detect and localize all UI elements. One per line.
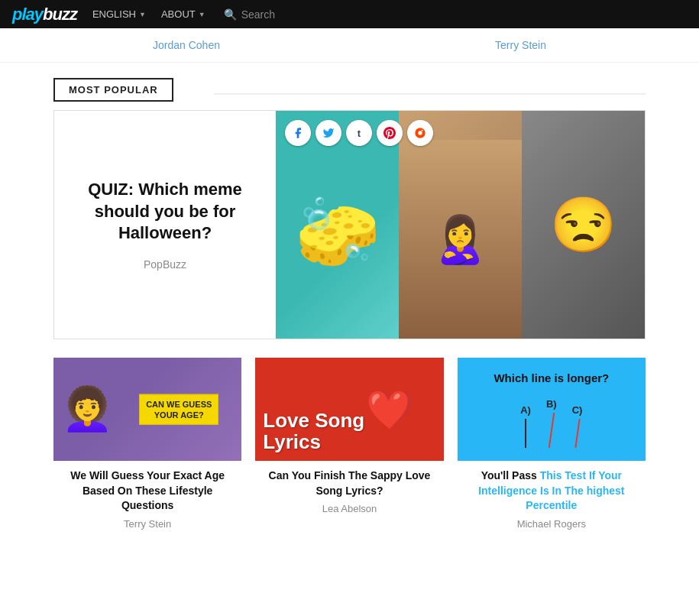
card-iq: Which line is longer? A) B) C)	[458, 358, 646, 533]
featured-title[interactable]: QUIZ: Which meme should you be for Hallo…	[70, 179, 261, 245]
card-age-thumb[interactable]: 👩‍🦱 CAN WE GUESS YOUR AGE?	[53, 358, 241, 461]
social-share-bar: t	[285, 120, 433, 146]
section-header: MOST POPULAR	[0, 63, 699, 95]
card-age-info: We Will Guess Your Exact Age Based On Th…	[53, 461, 241, 533]
card-age-title[interactable]: We Will Guess Your Exact Age Based On Th…	[58, 468, 237, 514]
love-card-visual: Love Song Lyrics ❤️	[255, 358, 443, 461]
nav-language[interactable]: ENGLISH ▼	[92, 8, 146, 20]
card-love-author[interactable]: Lea Abelson	[260, 503, 438, 514]
navbar: playbuzz ENGLISH ▼ ABOUT ▼ 🔍	[0, 0, 699, 28]
heart-icon: ❤️	[366, 387, 413, 432]
woman-emoji: 👩‍🦱	[61, 384, 114, 434]
iq-card-visual: Which line is longer? A) B) C)	[458, 358, 646, 461]
featured-text-panel: QUIZ: Which meme should you be for Hallo…	[54, 111, 276, 339]
card-love-title[interactable]: Can You Finish The Sappy Love Song Lyric…	[260, 468, 438, 498]
card-love: Love Song Lyrics ❤️ Can You Finish The S…	[255, 358, 443, 533]
card-iq-title-highlight: This Test If Your Intelligence Is In The…	[478, 469, 624, 511]
cards-row: 👩‍🦱 CAN WE GUESS YOUR AGE? We Will Guess…	[53, 358, 646, 533]
share-facebook-button[interactable]	[285, 120, 311, 146]
iq-question-text: Which line is longer?	[494, 371, 609, 384]
card-love-thumb[interactable]: Love Song Lyrics ❤️	[255, 358, 443, 461]
svg-point-2	[422, 130, 423, 131]
author-link-terry[interactable]: Terry Stein	[495, 39, 546, 51]
share-tumblr-button[interactable]: t	[346, 120, 372, 146]
card-age-author[interactable]: Terry Stein	[58, 518, 237, 530]
featured-author[interactable]: PopBuzz	[144, 258, 186, 271]
card-iq-title[interactable]: You'll Pass This Test If Your Intelligen…	[462, 468, 641, 514]
featured-card: QUIZ: Which meme should you be for Hallo…	[53, 110, 646, 339]
chevron-down-icon: ▼	[139, 11, 146, 18]
iq-option-b: B)	[546, 398, 557, 448]
card-iq-thumb[interactable]: Which line is longer? A) B) C)	[458, 358, 646, 461]
person-emoji: 🙎‍♀️	[432, 212, 489, 267]
svg-point-1	[418, 131, 422, 135]
search-icon: 🔍	[224, 8, 237, 21]
iq-line-c	[574, 419, 580, 448]
author-link-jordan[interactable]: Jordan Cohen	[153, 39, 220, 51]
iq-line-b	[549, 413, 555, 448]
featured-image-3: 😒	[522, 111, 645, 339]
card-iq-info: You'll Pass This Test If Your Intelligen…	[458, 461, 646, 533]
iq-option-c: C)	[572, 404, 583, 448]
nav-about[interactable]: ABOUT ▼	[161, 8, 205, 20]
card-love-info: Can You Finish The Sappy Love Song Lyric…	[255, 461, 443, 517]
chevron-down-icon: ▼	[199, 11, 205, 18]
share-pinterest-button[interactable]	[377, 120, 403, 146]
share-reddit-button[interactable]	[407, 120, 433, 146]
search-input[interactable]	[241, 8, 333, 21]
age-badge: CAN WE GUESS YOUR AGE?	[139, 394, 218, 425]
section-divider	[214, 93, 646, 95]
iq-line-a	[525, 419, 526, 448]
section-label: MOST POPULAR	[53, 78, 173, 102]
iq-lines: A) B) C)	[520, 398, 582, 448]
card-iq-author[interactable]: Michael Rogers	[462, 518, 641, 530]
love-overlay-text: Love Song Lyrics	[263, 410, 364, 453]
iq-option-a: A)	[520, 404, 531, 448]
featured-images-panel: t 🧽 🙎‍♀️ 😒	[276, 111, 645, 339]
share-twitter-button[interactable]	[316, 120, 341, 146]
search-bar: 🔍	[224, 8, 333, 21]
site-logo[interactable]: playbuzz	[12, 5, 77, 24]
frown-emoji: 😒	[550, 193, 616, 256]
card-age: 👩‍🦱 CAN WE GUESS YOUR AGE? We Will Guess…	[53, 358, 241, 533]
spongebob-emoji: 🧽	[295, 193, 380, 273]
above-fold-strip: Jordan Cohen Terry Stein	[0, 28, 699, 63]
